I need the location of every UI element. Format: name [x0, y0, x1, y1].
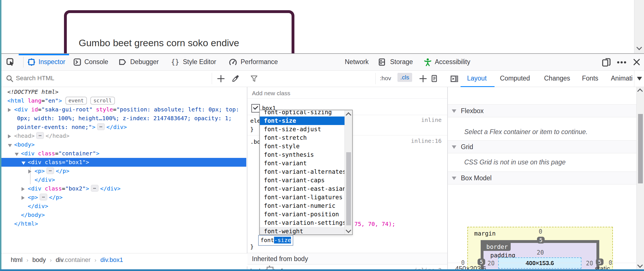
search-input[interactable]: Search HTML	[16, 75, 54, 82]
autocomplete-item[interactable]: font-stretch	[260, 134, 345, 142]
markup-row[interactable]: <html lang="en">eventscroll	[0, 96, 246, 105]
autocomplete-item[interactable]: font-variant-position	[260, 210, 345, 219]
tab-layout[interactable]: Layout	[467, 75, 487, 82]
tab-network[interactable]: Network	[345, 58, 369, 66]
print-media-icon[interactable]	[430, 75, 439, 83]
autocomplete-item[interactable]: font-synthesis	[260, 151, 345, 159]
markup-row[interactable]: </body>	[0, 211, 246, 219]
markup-row[interactable]: <div class="container">	[0, 149, 246, 158]
box-model-content[interactable]: 400×153.6	[498, 257, 581, 269]
box-model-border[interactable]: border padding 20 20 20 20 400×153.6	[481, 240, 599, 271]
pseudo-class-button[interactable]: :hov	[380, 75, 391, 82]
autocomplete-scrollbar[interactable]	[345, 110, 352, 234]
tab-changes[interactable]: Changes	[544, 75, 570, 82]
markup-row[interactable]: <head>⋯</head>	[0, 132, 246, 140]
markup-row[interactable]: </div>	[0, 175, 246, 184]
autocomplete-item[interactable]: font-variant-east-asian	[260, 185, 345, 193]
add-rule-button[interactable]	[420, 75, 427, 82]
box-model-section-header[interactable]: Box Model	[448, 172, 637, 185]
sidebar-scrollbar[interactable]	[636, 87, 644, 270]
collapse-arrow-icon[interactable]	[22, 162, 25, 165]
markup-row[interactable]: <!DOCTYPE html>	[0, 88, 246, 96]
box-model-margin[interactable]: margin 0 5 0 5 0 5 5 40 border padding 2…	[467, 227, 613, 271]
border-right-value[interactable]: 5	[596, 259, 604, 265]
performance-icon[interactable]	[229, 58, 237, 66]
pick-element-icon[interactable]	[6, 58, 15, 66]
event-badge[interactable]: scroll	[90, 97, 115, 105]
sidebar-toggle-icon[interactable]	[450, 75, 459, 83]
markup-row[interactable]: 0px; width: 100%; height…100%; z-index: …	[0, 114, 246, 123]
ellipsis-badge[interactable]: ⋯	[40, 194, 47, 200]
scrollbar-thumb[interactable]	[346, 152, 351, 225]
collapse-arrow-icon[interactable]	[8, 144, 12, 147]
scroll-down-icon[interactable]	[637, 262, 643, 268]
add-class-input[interactable]: Add new class	[252, 90, 290, 97]
tab-style-editor[interactable]: Style Editor	[183, 58, 216, 66]
grid-section-header[interactable]: Grid	[448, 140, 637, 153]
rule-location[interactable]: inline:16	[411, 137, 442, 144]
add-node-button[interactable]	[217, 75, 225, 82]
expand-arrow-icon[interactable]	[22, 187, 25, 191]
autocomplete-item[interactable]: font-variant-numeric	[260, 202, 345, 210]
page-scrollbar[interactable]	[634, 0, 644, 53]
autocomplete-item[interactable]: font-variant	[260, 159, 345, 168]
autocomplete-item[interactable]: font-variant-caps	[260, 176, 345, 185]
console-icon[interactable]	[73, 58, 82, 66]
scroll-up-icon[interactable]	[637, 88, 643, 94]
scroll-down-icon[interactable]	[636, 45, 642, 50]
expand-arrow-icon[interactable]	[28, 170, 31, 173]
markup-row[interactable]: <p>⋯</p>	[0, 193, 246, 202]
markup-row[interactable]: <div id="saka-gui-root" style="position:…	[0, 105, 246, 114]
class-panel-button[interactable]: .cls	[397, 73, 412, 82]
tab-performance[interactable]: Performance	[241, 58, 278, 66]
expand-arrow-icon[interactable]	[8, 134, 11, 138]
margin-top-value[interactable]: 0	[539, 228, 542, 235]
autocomplete-item[interactable]: font-optical-sizing	[260, 110, 345, 117]
collapse-arrow-icon[interactable]	[15, 153, 19, 156]
property-value-fragment[interactable]: 75, 70, 74);	[354, 220, 395, 228]
eyedropper-icon[interactable]	[232, 75, 240, 83]
autocomplete-item[interactable]: font-style	[260, 142, 345, 151]
tab-animations[interactable]: Animati	[611, 75, 634, 82]
autocomplete-item[interactable]: font-size-adjust	[260, 125, 345, 134]
padding-left-value[interactable]: 20	[487, 260, 495, 267]
expand-arrow-icon[interactable]	[8, 108, 11, 112]
autocomplete-item[interactable]: font-variant-alternates	[260, 168, 345, 176]
box-model-padding[interactable]: border padding 20 20 20 20 400×153.6	[483, 243, 596, 271]
tab-console[interactable]: Console	[84, 58, 108, 66]
scroll-down-icon[interactable]	[346, 227, 351, 233]
all-tabs-chevron-icon[interactable]	[637, 77, 642, 81]
border-top-value[interactable]: 5	[537, 237, 545, 244]
tab-accessibility[interactable]: Accessibility	[435, 58, 470, 66]
ellipsis-badge[interactable]: ⋯	[91, 185, 99, 192]
scroll-up-icon[interactable]	[346, 112, 351, 118]
padding-right-value[interactable]: 20	[586, 260, 593, 267]
markup-row[interactable]: <div class="box2">⋯</div>	[0, 184, 246, 193]
markup-row[interactable]: </html>	[0, 219, 246, 228]
autocomplete-item[interactable]: font-variant-ligatures	[260, 193, 345, 202]
accessibility-icon[interactable]	[423, 58, 432, 66]
storage-icon[interactable]	[378, 58, 386, 66]
expand-arrow-icon[interactable]	[22, 196, 25, 200]
rule-location[interactable]: inline	[421, 117, 442, 123]
markup-row[interactable]: <p>⋯</p>	[0, 167, 246, 175]
markup-row[interactable]: pointer-events: none;">⋯</div>	[0, 123, 246, 132]
autocomplete-item[interactable]: font-weight	[260, 227, 345, 235]
close-icon[interactable]	[632, 58, 641, 66]
new-property-input[interactable]: font-size	[258, 235, 293, 246]
style-editor-icon[interactable]: {}	[170, 58, 179, 66]
tab-storage[interactable]: Storage	[390, 58, 413, 66]
ellipsis-badge[interactable]: ⋯	[46, 167, 54, 174]
tab-fonts[interactable]: Fonts	[582, 75, 598, 82]
breadcrumb-item[interactable]: html	[11, 256, 23, 263]
tab-inspector[interactable]: Inspector	[38, 58, 65, 66]
autocomplete-item[interactable]: font-variation-settings	[260, 219, 345, 227]
responsive-mode-icon[interactable]	[602, 58, 610, 66]
breadcrumb-item[interactable]: body	[32, 256, 46, 263]
ellipsis-badge[interactable]: ⋯	[97, 123, 105, 130]
inspector-icon[interactable]	[27, 58, 36, 66]
markup-row[interactable]: </div>	[0, 202, 246, 211]
class-checkbox[interactable]	[251, 104, 260, 113]
border-left-value[interactable]: 5	[478, 259, 485, 265]
padding-top-value[interactable]: 20	[537, 249, 544, 256]
